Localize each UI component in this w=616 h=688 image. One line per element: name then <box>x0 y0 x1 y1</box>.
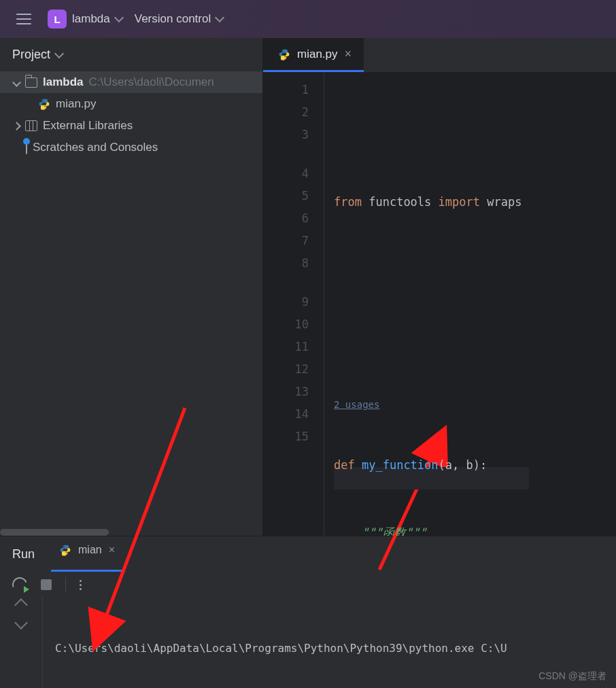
chevron-down-icon <box>54 48 64 58</box>
editor-tab[interactable]: mian.py × <box>263 38 364 72</box>
usages-hint[interactable]: 2 usages <box>334 399 379 410</box>
rerun-icon[interactable] <box>12 577 27 592</box>
expand-icon[interactable] <box>12 122 21 131</box>
console: C:\Users\daoli\AppData\Local\Programs\Py… <box>0 596 616 688</box>
run-tool-window: Run mian × C:\Users\daoli\AppData\Local\… <box>0 536 616 688</box>
editor: mian.py × 1 2 3 4 5 6 7 8 9 10 11 12 13 <box>263 38 616 536</box>
project-tree: lambda C:\Users\daoli\Documen mian.py Ex… <box>0 70 262 158</box>
vcs-selector[interactable]: Version control <box>135 12 223 26</box>
scratches-icon <box>26 141 27 154</box>
folder-icon <box>25 78 37 88</box>
close-tab-icon[interactable]: × <box>345 47 352 61</box>
main-menu-icon[interactable] <box>12 10 35 29</box>
tree-root[interactable]: lambda C:\Users\daoli\Documen <box>0 71 262 93</box>
run-tab[interactable]: mian × <box>51 536 123 572</box>
code-area[interactable]: 1 2 3 4 5 6 7 8 9 10 11 12 13 14 15 fro <box>263 72 616 536</box>
project-name: lambda <box>72 12 110 26</box>
title-bar: L lambda Version control <box>0 0 616 38</box>
run-tab-label: mian <box>78 544 102 556</box>
project-header[interactable]: Project <box>0 38 262 70</box>
separator <box>65 577 66 592</box>
python-file-icon <box>38 98 50 110</box>
python-file-icon <box>59 544 71 556</box>
tree-scratches[interactable]: Scratches and Consoles <box>0 137 262 158</box>
console-output[interactable]: C:\Users\daoli\AppData\Local\Programs\Py… <box>42 596 507 688</box>
stop-icon[interactable] <box>41 579 52 590</box>
horizontal-scrollbar[interactable] <box>0 529 262 536</box>
root-name: lambda <box>43 75 84 89</box>
prev-icon[interactable] <box>14 598 28 612</box>
tree-external-libs[interactable]: External Libraries <box>0 115 262 137</box>
library-icon <box>25 120 37 131</box>
chevron-down-icon <box>215 13 224 22</box>
gutter: 1 2 3 4 5 6 7 8 9 10 11 12 13 14 15 <box>263 72 324 536</box>
chevron-down-icon <box>114 13 124 22</box>
next-icon[interactable] <box>14 616 28 630</box>
project-tool-window: Project lambda C:\Users\daoli\Documen mi… <box>0 38 263 536</box>
tree-file[interactable]: mian.py <box>0 93 262 115</box>
vcs-label: Version control <box>135 12 211 26</box>
project-title: Project <box>12 48 50 62</box>
scratches-label: Scratches and Consoles <box>33 141 158 154</box>
python-file-icon <box>278 48 290 61</box>
external-label: External Libraries <box>43 119 133 133</box>
console-gutter <box>0 596 42 688</box>
expand-icon[interactable] <box>12 78 21 87</box>
project-selector[interactable]: L lambda <box>48 10 122 29</box>
code-content[interactable]: from functools import wraps 2 usages def… <box>324 72 529 536</box>
run-title: Run <box>12 547 35 562</box>
file-name: mian.py <box>56 97 97 111</box>
more-icon[interactable] <box>80 580 82 590</box>
watermark: CSDN @盗理者 <box>538 670 606 683</box>
tab-label: mian.py <box>297 48 338 61</box>
run-toolbar <box>0 572 616 596</box>
root-path: C:\Users\daoli\Documen <box>89 75 214 89</box>
close-tab-icon[interactable]: × <box>109 544 115 556</box>
editor-tabs: mian.py × <box>263 38 616 72</box>
project-badge: L <box>48 10 67 29</box>
